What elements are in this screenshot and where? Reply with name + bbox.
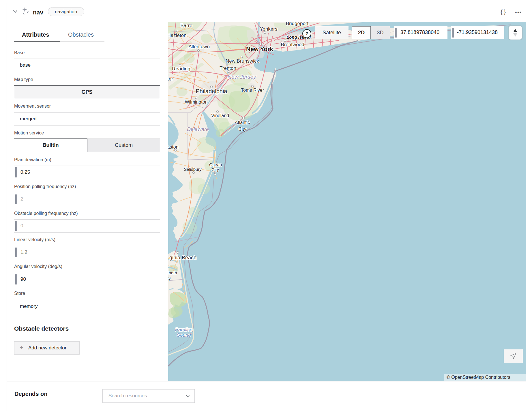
svg-text:New Jersey: New Jersey <box>227 74 256 80</box>
svg-text:beth: beth <box>168 270 177 275</box>
svg-text:Pamlico: Pamlico <box>175 327 192 332</box>
svg-text:Delaware: Delaware <box>187 126 209 132</box>
svg-text:City: City <box>211 167 219 172</box>
svg-text:Wilmington: Wilmington <box>185 100 207 104</box>
svg-text:Trenton: Trenton <box>220 65 236 71</box>
svg-text:Salisbury: Salisbury <box>184 167 202 172</box>
svg-text:Reading: Reading <box>172 66 190 72</box>
svg-text:Toms River: Toms River <box>241 88 264 93</box>
svg-text:aston: aston <box>168 145 179 149</box>
svg-text:Allentown: Allentown <box>188 44 210 49</box>
svg-text:New Brunswick: New Brunswick <box>226 58 259 64</box>
svg-text:Sound: Sound <box>177 332 191 338</box>
svg-text:Brentwood: Brentwood <box>281 42 304 47</box>
svg-text:Yonkers: Yonkers <box>260 26 278 32</box>
svg-text:Atlantic: Atlantic <box>235 120 250 125</box>
svg-text:Bridgeport: Bridgeport <box>286 22 309 26</box>
svg-text:City: City <box>238 127 246 132</box>
svg-text:Barre: Barre <box>180 23 192 28</box>
svg-text:Philadelphia: Philadelphia <box>196 88 228 94</box>
svg-text:ter: ter <box>168 76 173 82</box>
svg-text:ty: ty <box>168 276 171 281</box>
svg-text:New York: New York <box>246 46 273 52</box>
svg-text:Vineland: Vineland <box>211 113 229 118</box>
svg-text:Ocean: Ocean <box>209 162 222 167</box>
svg-text:ginia Beach: ginia Beach <box>169 255 196 261</box>
svg-text:Hazleton: Hazleton <box>168 33 187 38</box>
